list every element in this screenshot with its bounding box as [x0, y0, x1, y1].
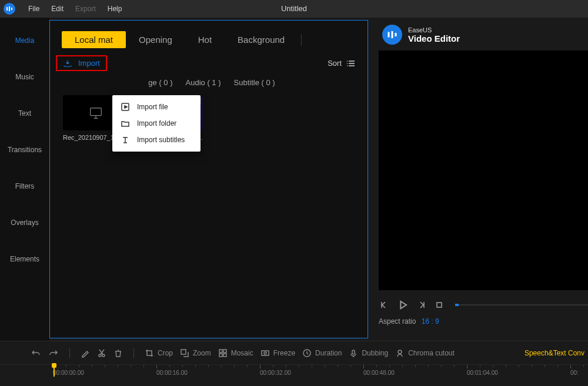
menu-edit[interactable]: Edit — [45, 5, 69, 13]
dropdown-label: Import folder — [137, 119, 176, 127]
delete-button[interactable] — [113, 348, 123, 358]
source-tabs: Local mat Opening Hot Background — [62, 31, 356, 48]
svg-rect-12 — [223, 354, 226, 357]
tab-background[interactable]: Background — [225, 31, 298, 48]
menu-file[interactable]: File — [22, 5, 45, 13]
sidebar-item-music[interactable]: Music — [0, 73, 49, 81]
import-dropdown: Import file Import folder Import subtitl… — [112, 95, 201, 152]
speech-text-button[interactable]: Speech&Text Conv — [524, 349, 584, 357]
aspect-ratio[interactable]: Aspect ratio 16 : 9 — [379, 317, 588, 325]
svg-rect-0 — [91, 108, 102, 116]
import-file-item[interactable]: Import file — [112, 99, 201, 115]
monitor-icon — [88, 105, 104, 121]
filter-audio[interactable]: Audio ( 1 ) — [186, 78, 221, 87]
play-icon[interactable] — [396, 298, 409, 311]
dropdown-label: Import file — [137, 103, 168, 111]
redo-button[interactable] — [48, 348, 59, 358]
mosaic-button[interactable]: Mosaic — [218, 348, 253, 358]
sidebar-item-overlays[interactable]: Overlays — [0, 219, 49, 227]
sort-button[interactable]: Sort — [328, 59, 356, 68]
media-panel: Local mat Opening Hot Background Import … — [49, 20, 368, 338]
tab-hot[interactable]: Hot — [185, 31, 225, 48]
playhead[interactable] — [54, 365, 55, 377]
svg-point-14 — [264, 352, 266, 354]
file-play-icon — [121, 102, 130, 112]
zoom-button[interactable]: Zoom — [180, 348, 211, 358]
sidebar-item-transitions[interactable]: Transitions — [0, 146, 49, 154]
dropdown-label: Import subtitles — [137, 136, 185, 144]
ruler-mark: 00: — [570, 365, 579, 376]
tab-divider — [301, 34, 302, 46]
toolbar-divider — [69, 348, 70, 358]
import-button[interactable]: Import — [56, 55, 107, 71]
sort-label: Sort — [328, 59, 342, 68]
svg-rect-10 — [223, 350, 226, 353]
duration-button[interactable]: Duration — [302, 348, 342, 358]
svg-point-6 — [99, 354, 101, 357]
filter-subtitle[interactable]: Subtitle ( 0 ) — [234, 78, 275, 87]
text-icon — [121, 135, 130, 145]
freeze-button[interactable]: Freeze — [260, 348, 295, 358]
svg-rect-5 — [437, 303, 442, 307]
preview-viewport — [379, 51, 588, 290]
preview-panel: EaseUS Video Editor Aspect ratio 16 : 9 — [370, 18, 588, 341]
playback-controls — [379, 298, 588, 311]
aspect-label: Aspect ratio — [379, 317, 416, 325]
brand-header: EaseUS Video Editor — [382, 25, 588, 45]
brand-text: EaseUS Video Editor — [408, 26, 460, 43]
sort-lines-icon — [346, 60, 356, 67]
edit-toolbar: Crop Zoom Mosaic Freeze Duration Dubbing… — [0, 341, 588, 364]
import-subtitles-item[interactable]: Import subtitles — [112, 132, 201, 148]
svg-rect-13 — [262, 351, 269, 355]
app-logo-icon — [4, 3, 15, 15]
brand-logo-icon — [382, 25, 402, 45]
menubar: File Edit Export Help — [0, 0, 588, 18]
menu-help[interactable]: Help — [102, 5, 128, 13]
thumbnail-grid: Rec_20210907_1635... Green Screen Cutout… — [63, 95, 368, 141]
brand-big: Video Editor — [408, 33, 460, 43]
edit-button[interactable] — [81, 348, 90, 358]
svg-point-7 — [102, 354, 105, 357]
folder-icon — [121, 119, 130, 128]
timeline-ruler[interactable]: 00:00:00.0000:00:16.0000:00:32.0000:00:4… — [0, 364, 588, 382]
import-label: Import — [78, 59, 100, 68]
media-type-filters: All (2) Video (1) Ima ge ( 0 ) Audio ( 1… — [68, 78, 356, 87]
import-icon — [63, 59, 72, 68]
next-frame-icon[interactable] — [416, 300, 427, 310]
sidebar-item-text[interactable]: Text — [0, 109, 49, 118]
svg-point-17 — [398, 350, 402, 354]
crop-button[interactable]: Crop — [145, 348, 173, 358]
svg-rect-8 — [181, 350, 186, 354]
svg-rect-11 — [219, 354, 222, 357]
brand-small: EaseUS — [408, 26, 460, 33]
prev-frame-icon[interactable] — [379, 300, 389, 310]
stop-icon[interactable] — [434, 300, 445, 310]
undo-button[interactable] — [31, 348, 41, 358]
cut-button[interactable] — [97, 348, 106, 358]
sidebar: Media Music Text Transitions Filters Ove… — [0, 18, 49, 341]
tab-opening[interactable]: Opening — [126, 31, 185, 48]
aspect-value: 16 : 9 — [422, 317, 439, 325]
chroma-button[interactable]: Chroma cutout — [395, 348, 455, 358]
import-folder-item[interactable]: Import folder — [112, 115, 201, 132]
filter-image[interactable]: ge ( 0 ) — [148, 78, 172, 87]
svg-rect-9 — [219, 350, 222, 353]
sidebar-item-media[interactable]: Media — [0, 36, 49, 45]
playback-progress[interactable] — [455, 304, 588, 306]
tab-local[interactable]: Local mat — [62, 31, 126, 48]
sidebar-item-elements[interactable]: Elements — [0, 255, 49, 263]
menu-export[interactable]: Export — [69, 5, 102, 13]
dubbing-button[interactable]: Dubbing — [349, 348, 388, 358]
svg-rect-16 — [352, 350, 355, 354]
sidebar-item-filters[interactable]: Filters — [0, 182, 49, 190]
toolbar-divider — [133, 348, 134, 358]
